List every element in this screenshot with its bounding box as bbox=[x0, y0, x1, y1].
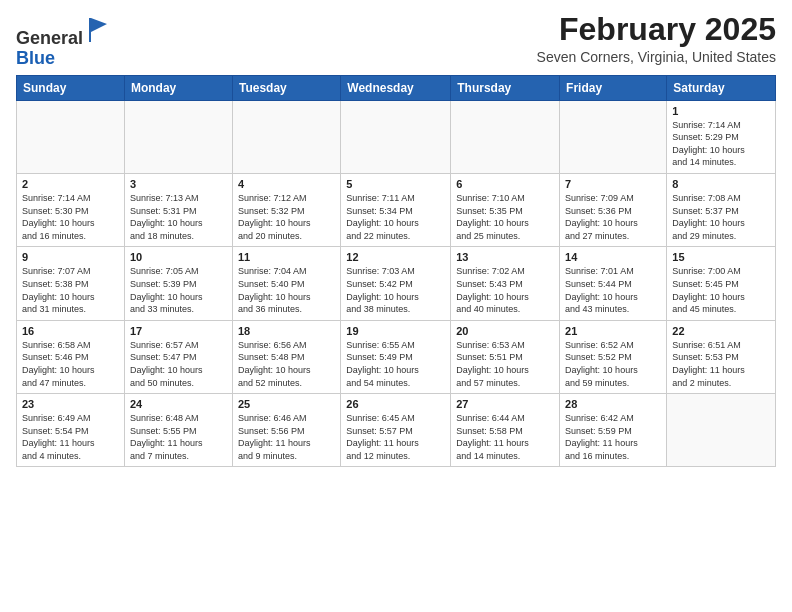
day-info: Sunrise: 6:52 AM Sunset: 5:52 PM Dayligh… bbox=[565, 339, 661, 389]
table-row: 27Sunrise: 6:44 AM Sunset: 5:58 PM Dayli… bbox=[451, 394, 560, 467]
table-row: 26Sunrise: 6:45 AM Sunset: 5:57 PM Dayli… bbox=[341, 394, 451, 467]
day-number: 6 bbox=[456, 178, 554, 190]
day-info: Sunrise: 7:10 AM Sunset: 5:35 PM Dayligh… bbox=[456, 192, 554, 242]
calendar-week-row: 9Sunrise: 7:07 AM Sunset: 5:38 PM Daylig… bbox=[17, 247, 776, 320]
day-number: 13 bbox=[456, 251, 554, 263]
day-number: 20 bbox=[456, 325, 554, 337]
day-info: Sunrise: 6:46 AM Sunset: 5:56 PM Dayligh… bbox=[238, 412, 335, 462]
table-row: 13Sunrise: 7:02 AM Sunset: 5:43 PM Dayli… bbox=[451, 247, 560, 320]
page: General Blue February 2025 Seven Corners… bbox=[0, 0, 792, 612]
table-row: 25Sunrise: 6:46 AM Sunset: 5:56 PM Dayli… bbox=[232, 394, 340, 467]
table-row: 15Sunrise: 7:00 AM Sunset: 5:45 PM Dayli… bbox=[667, 247, 776, 320]
day-number: 9 bbox=[22, 251, 119, 263]
table-row: 23Sunrise: 6:49 AM Sunset: 5:54 PM Dayli… bbox=[17, 394, 125, 467]
day-info: Sunrise: 7:01 AM Sunset: 5:44 PM Dayligh… bbox=[565, 265, 661, 315]
header: General Blue February 2025 Seven Corners… bbox=[16, 12, 776, 69]
day-number: 26 bbox=[346, 398, 445, 410]
col-friday: Friday bbox=[560, 75, 667, 100]
day-number: 10 bbox=[130, 251, 227, 263]
table-row: 11Sunrise: 7:04 AM Sunset: 5:40 PM Dayli… bbox=[232, 247, 340, 320]
day-info: Sunrise: 7:14 AM Sunset: 5:30 PM Dayligh… bbox=[22, 192, 119, 242]
day-info: Sunrise: 6:58 AM Sunset: 5:46 PM Dayligh… bbox=[22, 339, 119, 389]
day-info: Sunrise: 7:12 AM Sunset: 5:32 PM Dayligh… bbox=[238, 192, 335, 242]
table-row: 18Sunrise: 6:56 AM Sunset: 5:48 PM Dayli… bbox=[232, 320, 340, 393]
table-row: 19Sunrise: 6:55 AM Sunset: 5:49 PM Dayli… bbox=[341, 320, 451, 393]
table-row bbox=[341, 100, 451, 173]
day-number: 11 bbox=[238, 251, 335, 263]
calendar-week-row: 16Sunrise: 6:58 AM Sunset: 5:46 PM Dayli… bbox=[17, 320, 776, 393]
day-number: 2 bbox=[22, 178, 119, 190]
logo-flag-icon bbox=[85, 16, 113, 44]
col-saturday: Saturday bbox=[667, 75, 776, 100]
day-number: 5 bbox=[346, 178, 445, 190]
table-row bbox=[451, 100, 560, 173]
day-number: 22 bbox=[672, 325, 770, 337]
calendar-week-row: 23Sunrise: 6:49 AM Sunset: 5:54 PM Dayli… bbox=[17, 394, 776, 467]
table-row: 1Sunrise: 7:14 AM Sunset: 5:29 PM Daylig… bbox=[667, 100, 776, 173]
day-info: Sunrise: 7:04 AM Sunset: 5:40 PM Dayligh… bbox=[238, 265, 335, 315]
day-number: 27 bbox=[456, 398, 554, 410]
table-row: 10Sunrise: 7:05 AM Sunset: 5:39 PM Dayli… bbox=[124, 247, 232, 320]
col-wednesday: Wednesday bbox=[341, 75, 451, 100]
day-number: 7 bbox=[565, 178, 661, 190]
table-row: 9Sunrise: 7:07 AM Sunset: 5:38 PM Daylig… bbox=[17, 247, 125, 320]
day-info: Sunrise: 7:05 AM Sunset: 5:39 PM Dayligh… bbox=[130, 265, 227, 315]
day-info: Sunrise: 6:42 AM Sunset: 5:59 PM Dayligh… bbox=[565, 412, 661, 462]
day-info: Sunrise: 7:00 AM Sunset: 5:45 PM Dayligh… bbox=[672, 265, 770, 315]
table-row: 3Sunrise: 7:13 AM Sunset: 5:31 PM Daylig… bbox=[124, 173, 232, 246]
col-sunday: Sunday bbox=[17, 75, 125, 100]
day-info: Sunrise: 6:55 AM Sunset: 5:49 PM Dayligh… bbox=[346, 339, 445, 389]
table-row: 5Sunrise: 7:11 AM Sunset: 5:34 PM Daylig… bbox=[341, 173, 451, 246]
table-row: 24Sunrise: 6:48 AM Sunset: 5:55 PM Dayli… bbox=[124, 394, 232, 467]
day-info: Sunrise: 7:07 AM Sunset: 5:38 PM Dayligh… bbox=[22, 265, 119, 315]
day-number: 1 bbox=[672, 105, 770, 117]
calendar-week-row: 2Sunrise: 7:14 AM Sunset: 5:30 PM Daylig… bbox=[17, 173, 776, 246]
day-info: Sunrise: 7:11 AM Sunset: 5:34 PM Dayligh… bbox=[346, 192, 445, 242]
day-number: 8 bbox=[672, 178, 770, 190]
day-info: Sunrise: 7:02 AM Sunset: 5:43 PM Dayligh… bbox=[456, 265, 554, 315]
day-number: 16 bbox=[22, 325, 119, 337]
day-info: Sunrise: 7:13 AM Sunset: 5:31 PM Dayligh… bbox=[130, 192, 227, 242]
logo-blue-text: Blue bbox=[16, 48, 55, 68]
day-info: Sunrise: 7:09 AM Sunset: 5:36 PM Dayligh… bbox=[565, 192, 661, 242]
table-row bbox=[124, 100, 232, 173]
day-info: Sunrise: 6:48 AM Sunset: 5:55 PM Dayligh… bbox=[130, 412, 227, 462]
day-number: 4 bbox=[238, 178, 335, 190]
table-row bbox=[560, 100, 667, 173]
location: Seven Corners, Virginia, United States bbox=[537, 49, 776, 65]
col-thursday: Thursday bbox=[451, 75, 560, 100]
table-row: 8Sunrise: 7:08 AM Sunset: 5:37 PM Daylig… bbox=[667, 173, 776, 246]
table-row: 4Sunrise: 7:12 AM Sunset: 5:32 PM Daylig… bbox=[232, 173, 340, 246]
col-tuesday: Tuesday bbox=[232, 75, 340, 100]
day-number: 24 bbox=[130, 398, 227, 410]
table-row: 20Sunrise: 6:53 AM Sunset: 5:51 PM Dayli… bbox=[451, 320, 560, 393]
table-row: 21Sunrise: 6:52 AM Sunset: 5:52 PM Dayli… bbox=[560, 320, 667, 393]
table-row: 28Sunrise: 6:42 AM Sunset: 5:59 PM Dayli… bbox=[560, 394, 667, 467]
day-info: Sunrise: 6:44 AM Sunset: 5:58 PM Dayligh… bbox=[456, 412, 554, 462]
table-row: 22Sunrise: 6:51 AM Sunset: 5:53 PM Dayli… bbox=[667, 320, 776, 393]
table-row bbox=[17, 100, 125, 173]
day-number: 17 bbox=[130, 325, 227, 337]
day-info: Sunrise: 7:14 AM Sunset: 5:29 PM Dayligh… bbox=[672, 119, 770, 169]
day-number: 28 bbox=[565, 398, 661, 410]
day-number: 14 bbox=[565, 251, 661, 263]
calendar-week-row: 1Sunrise: 7:14 AM Sunset: 5:29 PM Daylig… bbox=[17, 100, 776, 173]
day-info: Sunrise: 6:51 AM Sunset: 5:53 PM Dayligh… bbox=[672, 339, 770, 389]
logo-general-text: General bbox=[16, 28, 83, 48]
day-info: Sunrise: 6:45 AM Sunset: 5:57 PM Dayligh… bbox=[346, 412, 445, 462]
svg-marker-0 bbox=[89, 18, 107, 42]
day-info: Sunrise: 6:56 AM Sunset: 5:48 PM Dayligh… bbox=[238, 339, 335, 389]
day-info: Sunrise: 6:53 AM Sunset: 5:51 PM Dayligh… bbox=[456, 339, 554, 389]
table-row bbox=[667, 394, 776, 467]
calendar-header-row: Sunday Monday Tuesday Wednesday Thursday… bbox=[17, 75, 776, 100]
day-info: Sunrise: 6:49 AM Sunset: 5:54 PM Dayligh… bbox=[22, 412, 119, 462]
table-row: 2Sunrise: 7:14 AM Sunset: 5:30 PM Daylig… bbox=[17, 173, 125, 246]
table-row: 6Sunrise: 7:10 AM Sunset: 5:35 PM Daylig… bbox=[451, 173, 560, 246]
day-number: 21 bbox=[565, 325, 661, 337]
day-number: 15 bbox=[672, 251, 770, 263]
day-number: 25 bbox=[238, 398, 335, 410]
calendar: Sunday Monday Tuesday Wednesday Thursday… bbox=[16, 75, 776, 468]
day-info: Sunrise: 7:08 AM Sunset: 5:37 PM Dayligh… bbox=[672, 192, 770, 242]
day-number: 18 bbox=[238, 325, 335, 337]
table-row: 17Sunrise: 6:57 AM Sunset: 5:47 PM Dayli… bbox=[124, 320, 232, 393]
